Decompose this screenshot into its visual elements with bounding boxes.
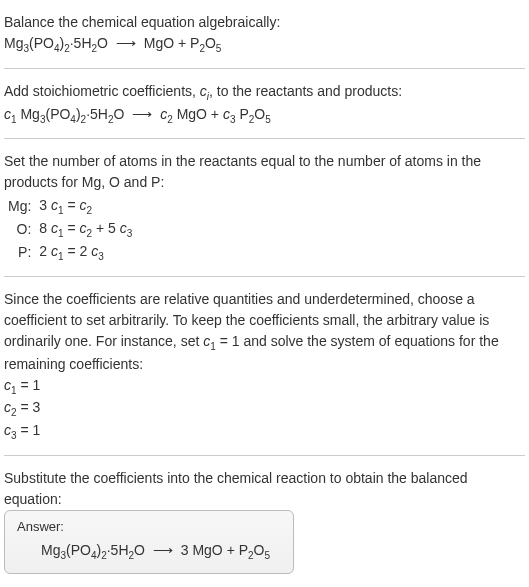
intro-text: Balance the chemical equation algebraica…	[4, 12, 525, 33]
species-mg3po4: Mg3(PO4)2·5H2O	[4, 35, 108, 51]
arrow-icon: ⟶	[149, 540, 177, 561]
divider	[4, 138, 525, 139]
table-row: P: 2 c1 = 2 c3	[4, 241, 136, 264]
divider	[4, 68, 525, 69]
intro-section: Balance the chemical equation algebraica…	[4, 4, 525, 64]
element-equation: 3 c1 = c2	[35, 195, 136, 218]
answer-label: Answer:	[17, 519, 281, 534]
since-text: Since the coefficients are relative quan…	[4, 289, 525, 375]
stoich-text: Add stoichiometric coefficients, ci, to …	[4, 81, 525, 104]
arrow-icon: ⟶	[128, 104, 156, 125]
element-equation: 8 c1 = c2 + 5 c3	[35, 218, 136, 241]
divider	[4, 455, 525, 456]
answer-equation: Mg3(PO4)2·5H2O ⟶ 3 MgO + P2O5	[17, 540, 281, 563]
table-row: Mg: 3 c1 = c2	[4, 195, 136, 218]
list-item: c3 = 1	[4, 420, 525, 443]
atoms-text: Set the number of atoms in the reactants…	[4, 151, 525, 193]
intro-equation: Mg3(PO4)2·5H2O ⟶ MgO + P2O5	[4, 33, 525, 56]
stoich-equation: c1 Mg3(PO4)2·5H2O ⟶ c2 MgO + c3 P2O5	[4, 104, 525, 127]
atoms-equations: Mg: 3 c1 = c2 O: 8 c1 = c2 + 5 c3 P: 2 c…	[4, 195, 136, 263]
list-item: c2 = 3	[4, 397, 525, 420]
atoms-section: Set the number of atoms in the reactants…	[4, 143, 525, 271]
arrow-icon: ⟶	[112, 33, 140, 54]
list-item: c1 = 1	[4, 375, 525, 398]
table-row: O: 8 c1 = c2 + 5 c3	[4, 218, 136, 241]
species-products: MgO + P2O5	[144, 35, 222, 51]
element-label: Mg:	[4, 195, 35, 218]
answer-box: Answer: Mg3(PO4)2·5H2O ⟶ 3 MgO + P2O5	[4, 510, 294, 574]
element-equation: 2 c1 = 2 c3	[35, 241, 136, 264]
coefficient-list: c1 = 1 c2 = 3 c3 = 1	[4, 375, 525, 443]
subst-text: Substitute the coefficients into the che…	[4, 468, 525, 510]
element-label: P:	[4, 241, 35, 264]
divider	[4, 276, 525, 277]
element-label: O:	[4, 218, 35, 241]
since-section: Since the coefficients are relative quan…	[4, 281, 525, 451]
stoich-section: Add stoichiometric coefficients, ci, to …	[4, 73, 525, 135]
subst-section: Substitute the coefficients into the che…	[4, 460, 525, 582]
